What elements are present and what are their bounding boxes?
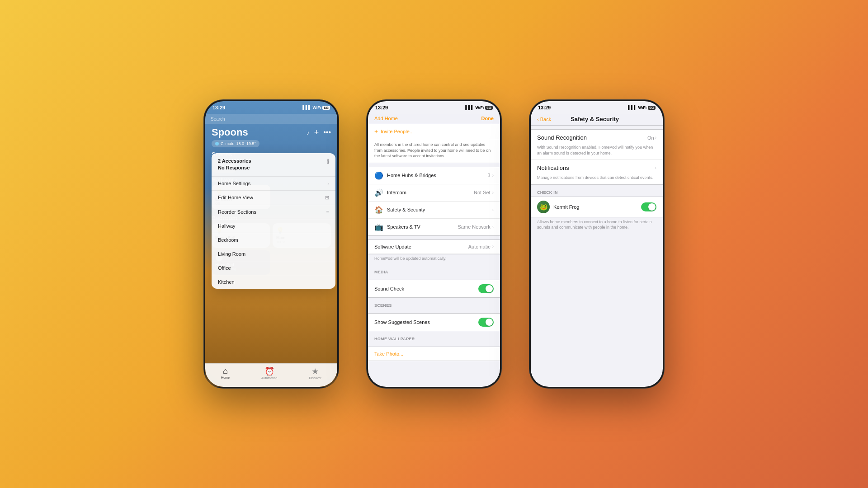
- sound-recognition-row[interactable]: Sound Recognition On ›: [531, 130, 663, 143]
- more-icon[interactable]: •••: [323, 128, 331, 136]
- alert-title: 2 Accessories: [218, 158, 251, 164]
- climate-label: Climate: [221, 141, 235, 146]
- hubs-label: Home Hubs & Bridges: [387, 173, 436, 178]
- header-icons: ♪ + •••: [307, 128, 331, 137]
- nav-home-icon: ⌂: [221, 366, 230, 376]
- take-photo-label[interactable]: Take Photo...: [374, 351, 403, 357]
- sound-recognition-on: On: [647, 135, 654, 141]
- sound-recognition-desc: With Sound Recognition enabled, HomePod …: [531, 143, 663, 160]
- invite-plus-icon: +: [374, 128, 378, 135]
- status-bar-1: 13:29 ▌▌▌ WiFi 6G: [205, 101, 337, 114]
- phone3-title: Safety & Security: [571, 116, 619, 122]
- wifi-icon: WiFi: [312, 105, 321, 110]
- time-3: 13:29: [538, 105, 551, 110]
- office-menu-label: Office: [218, 265, 231, 271]
- sound-check-label: Sound Check: [374, 286, 404, 291]
- phone-3: 13:29 ▌▌▌ WiFi 6G ‹ Back Safety & Securi…: [529, 99, 665, 389]
- menu-home-settings[interactable]: Home Settings ›: [212, 177, 335, 191]
- check-in-left: 🐸 Kermit Frog: [537, 201, 579, 213]
- phone1-header: Spoons ♪ + •••: [205, 124, 337, 140]
- media-group: Sound Check: [368, 280, 500, 298]
- check-in-section: 🐸 Kermit Frog: [531, 197, 663, 217]
- status-icons-3: ▌▌▌ WiFi 6G: [628, 105, 656, 110]
- phone2-nav-header: Add Home Done: [368, 114, 500, 124]
- intercom-value: Not Set: [474, 190, 491, 195]
- bedroom-menu-label: Bedroom: [218, 237, 238, 243]
- speakers-chevron: ›: [492, 225, 494, 230]
- living-room-menu-label: Living Room: [218, 251, 245, 257]
- search-bar-1[interactable]: Search: [205, 114, 337, 124]
- hubs-icon: 🔵: [374, 171, 383, 180]
- status-icons-1: ▌▌▌ WiFi 6G: [302, 105, 330, 110]
- software-label: Software Update: [374, 244, 411, 249]
- done-button[interactable]: Done: [481, 116, 494, 121]
- speakers-icon: 📺: [374, 223, 383, 231]
- nav-automation-label: Automation: [261, 376, 277, 380]
- back-chevron-icon: ‹: [537, 117, 540, 122]
- sound-check-row[interactable]: Sound Check: [368, 280, 500, 297]
- nav-home[interactable]: ⌂ Home: [221, 366, 230, 379]
- safety-security-row[interactable]: 🏠 Safety & Security ›: [368, 202, 500, 219]
- wifi-icon-3: WiFi: [638, 105, 646, 110]
- wallpaper-group: Take Photo...: [368, 347, 500, 361]
- signal-icon-2: ▌▌▌: [465, 105, 474, 110]
- time-1: 13:29: [212, 105, 225, 110]
- media-header: MEDIA: [368, 264, 500, 276]
- climate-badge[interactable]: Climate 18.0–19.5°: [212, 140, 259, 147]
- sound-recognition-label: Sound Recognition: [537, 134, 587, 141]
- wave-icon[interactable]: ♪: [307, 129, 310, 136]
- wifi-icon-2: WiFi: [475, 105, 484, 110]
- menu-bedroom[interactable]: Bedroom: [212, 233, 335, 247]
- battery-icon-3: 6G: [648, 106, 656, 110]
- menu-living-room[interactable]: Living Room: [212, 247, 335, 261]
- menu-kitchen[interactable]: Kitchen: [212, 275, 335, 289]
- edit-home-icon: ⊞: [325, 195, 329, 201]
- time-2: 13:29: [375, 105, 388, 110]
- menu-hallway[interactable]: Hallway: [212, 219, 335, 233]
- add-icon[interactable]: +: [314, 128, 319, 137]
- back-button[interactable]: ‹ Back: [537, 117, 551, 122]
- speakers-tv-row[interactable]: 📺 Speakers & TV Same Network ›: [368, 219, 500, 235]
- phone-1: 13:29 ▌▌▌ WiFi 6G Search Spoons ♪ + •••: [203, 99, 339, 389]
- sound-recognition-chevron: ›: [655, 135, 656, 140]
- notifications-row[interactable]: Notifications ›: [531, 160, 663, 173]
- nav-discover-icon: ★: [309, 366, 321, 376]
- kermit-toggle[interactable]: [641, 202, 656, 211]
- add-home-back[interactable]: Add Home: [374, 116, 398, 121]
- take-photo-row[interactable]: Take Photo...: [368, 347, 500, 361]
- hubs-bridges-row[interactable]: 🔵 Home Hubs & Bridges 3 ›: [368, 167, 500, 184]
- scenes-group: Show Suggested Scenes: [368, 313, 500, 331]
- menu-alert[interactable]: 2 Accessories No Response ℹ: [212, 153, 335, 177]
- notifications-chevron: ›: [655, 165, 656, 170]
- status-bar-2: 13:29 ▌▌▌ WiFi 6G: [368, 101, 500, 114]
- intercom-icon: 🔊: [374, 188, 383, 197]
- menu-office[interactable]: Office: [212, 261, 335, 275]
- climate-dot: [215, 142, 219, 145]
- phone3-nav-header: ‹ Back Safety & Security: [531, 114, 663, 126]
- sound-check-toggle[interactable]: [478, 284, 494, 293]
- invite-text[interactable]: Invite People...: [381, 129, 414, 134]
- nav-home-label: Home: [221, 376, 230, 379]
- notifications-label: Notifications: [537, 164, 569, 171]
- suggested-scenes-row[interactable]: Show Suggested Scenes: [368, 314, 500, 331]
- invite-desc: All members in the shared home can contr…: [368, 139, 500, 163]
- software-value: Automatic: [468, 244, 491, 249]
- signal-icon-3: ▌▌▌: [628, 105, 637, 110]
- suggested-scenes-toggle[interactable]: [478, 318, 494, 327]
- nav-automation[interactable]: ⏰ Automation: [261, 366, 277, 380]
- nav-discover[interactable]: ★ Discover: [309, 366, 321, 380]
- menu-edit-home[interactable]: Edit Home View ⊞: [212, 191, 335, 205]
- phone-2: 13:29 ▌▌▌ WiFi 6G Add Home Done + Invite…: [366, 99, 502, 389]
- home-settings-arrow: ›: [327, 181, 329, 186]
- info-icon[interactable]: ℹ: [327, 158, 329, 165]
- software-group: Software Update Automatic ›: [368, 239, 500, 254]
- speakers-value: Same Network: [458, 224, 491, 230]
- intercom-row[interactable]: 🔊 Intercom Not Set ›: [368, 184, 500, 202]
- software-update-row[interactable]: Software Update Automatic ›: [368, 240, 500, 254]
- scenes-header: SCENES: [368, 298, 500, 310]
- invite-banner[interactable]: + Invite People...: [368, 124, 500, 139]
- kermit-emoji: 🐸: [540, 203, 547, 211]
- menu-reorder[interactable]: Reorder Sections ≡: [212, 205, 335, 219]
- intercom-chevron: ›: [492, 190, 494, 195]
- dropdown-menu: 2 Accessories No Response ℹ Home Setting…: [212, 153, 335, 289]
